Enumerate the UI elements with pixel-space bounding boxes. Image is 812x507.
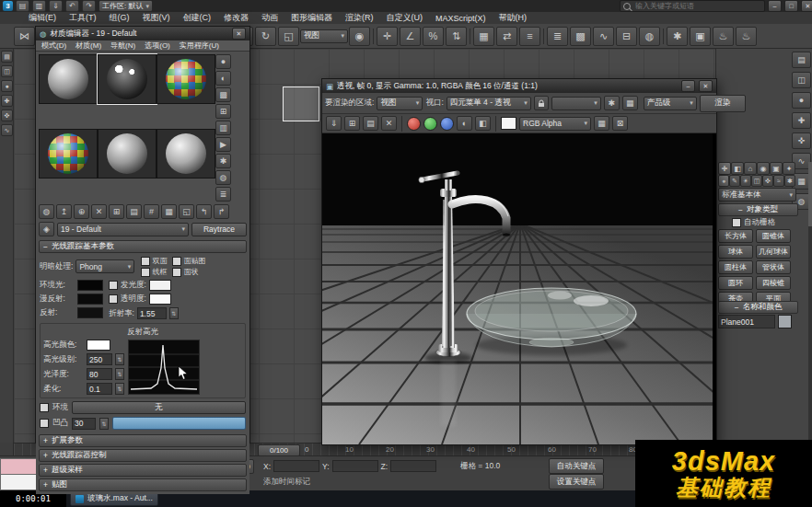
y-coord-field[interactable] bbox=[332, 460, 378, 472]
background-color-swatch[interactable] bbox=[501, 117, 516, 130]
layer-a-icon[interactable]: ▦ bbox=[594, 116, 609, 131]
spinner-icon[interactable]: ⇅ bbox=[115, 368, 124, 380]
make-preview-icon[interactable]: ▶ bbox=[215, 137, 231, 152]
docked-tool-icon[interactable]: ∿ bbox=[1, 124, 13, 136]
backlight-icon[interactable]: ◐ bbox=[215, 71, 231, 86]
align-icon[interactable]: ≡ bbox=[519, 27, 540, 46]
menu-views[interactable]: 视图(V) bbox=[136, 12, 177, 24]
cone-button[interactable]: 圆锥体 bbox=[756, 229, 791, 243]
use-pivot-center-icon[interactable]: ◉ bbox=[349, 27, 370, 46]
spinner-icon[interactable]: ⇅ bbox=[99, 418, 109, 430]
bump-checkbox[interactable] bbox=[40, 419, 49, 428]
docked-tool-icon[interactable]: ✜ bbox=[792, 133, 811, 149]
docked-tool-icon[interactable]: ✜ bbox=[1, 109, 13, 121]
bump-amount-field[interactable]: 30 bbox=[72, 418, 96, 430]
render-iterative-icon[interactable]: ♨ bbox=[736, 27, 757, 46]
assign-to-selection-icon[interactable]: ⊕ bbox=[74, 204, 89, 219]
ior-field[interactable]: 1.55 bbox=[137, 307, 167, 319]
menu-help[interactable]: 帮助(H) bbox=[493, 12, 534, 24]
put-to-scene-icon[interactable]: ↥ bbox=[56, 204, 72, 219]
docked-tool-icon[interactable]: ● bbox=[792, 92, 811, 109]
area-to-render-dropdown[interactable]: 视图▾ bbox=[377, 97, 423, 110]
torus-button[interactable]: 圆环 bbox=[718, 276, 753, 290]
docked-tool-icon[interactable]: ◫ bbox=[792, 72, 811, 88]
alpha-channel-icon[interactable]: ◧ bbox=[475, 116, 491, 131]
menu-modifiers[interactable]: 修改器 bbox=[217, 12, 255, 24]
tab-display[interactable]: ▣ bbox=[770, 162, 783, 175]
rollout-maps[interactable]: +贴图 bbox=[39, 478, 247, 491]
sample-slot-active[interactable] bbox=[98, 54, 157, 104]
docked-tool-icon[interactable]: ▤ bbox=[792, 52, 811, 68]
tab-hierarchy[interactable]: ⌂ bbox=[744, 162, 757, 175]
clone-window-icon[interactable]: ⊞ bbox=[344, 116, 360, 131]
blue-channel-toggle[interactable] bbox=[440, 117, 454, 131]
material-name-dropdown[interactable]: 19 - Default▾ bbox=[57, 223, 189, 236]
redo-icon[interactable]: ↷ bbox=[82, 0, 96, 12]
rotate-icon[interactable]: ↻ bbox=[255, 27, 276, 46]
graphite-ribbon-icon[interactable]: ▩ bbox=[570, 27, 591, 46]
curve-editor-icon[interactable]: ∿ bbox=[593, 27, 614, 46]
wire-checkbox[interactable] bbox=[141, 268, 150, 277]
auto-key-button[interactable]: 自动关键点 bbox=[549, 458, 604, 474]
render-setup-icon[interactable]: ✱ bbox=[667, 27, 688, 46]
render-button[interactable]: 渲染 bbox=[700, 95, 746, 112]
app-icon[interactable]: 3 bbox=[3, 1, 13, 11]
rollout-extended-params[interactable]: +扩展参数 bbox=[39, 434, 247, 447]
environment-dialog-icon[interactable]: ▦ bbox=[622, 96, 638, 110]
subtab-lights[interactable]: ☀ bbox=[740, 175, 751, 187]
menu-animation[interactable]: 动画 bbox=[255, 12, 284, 24]
monochrome-toggle-icon[interactable]: ◐ bbox=[457, 116, 472, 131]
maximize-button[interactable]: □ bbox=[784, 0, 798, 12]
name-color-rollout[interactable]: − 名称和颜色 bbox=[718, 301, 798, 314]
render-mode-dropdown[interactable]: 产品级▾ bbox=[644, 97, 697, 110]
rollout-raytrace-basic[interactable]: − 光线跟踪基本参数 bbox=[39, 240, 247, 253]
open-file-icon[interactable]: ▥ bbox=[32, 0, 46, 12]
show-end-result-icon[interactable]: ◱ bbox=[179, 204, 194, 219]
save-file-icon[interactable]: ⇓ bbox=[49, 0, 63, 12]
pick-material-icon[interactable]: ◈ bbox=[39, 222, 54, 236]
docked-tool-icon[interactable]: ✚ bbox=[1, 95, 13, 107]
minimize-button[interactable]: – bbox=[768, 0, 782, 12]
glossiness-field[interactable]: 80 bbox=[87, 368, 112, 380]
viewport-dropdown[interactable]: 四元菜单 4 - 透视▾ bbox=[447, 97, 531, 110]
menu-graph-editors[interactable]: 图形编辑器 bbox=[284, 12, 339, 24]
sample-slot[interactable] bbox=[98, 129, 157, 179]
tab-motion[interactable]: ◉ bbox=[757, 162, 770, 175]
me-menu-utilities[interactable]: 实用程序(U) bbox=[176, 40, 223, 51]
me-menu-material[interactable]: 材质(M) bbox=[72, 40, 105, 51]
shading-dropdown[interactable]: Phong▾ bbox=[75, 259, 134, 273]
render-preset-dropdown[interactable]: ▾ bbox=[551, 97, 601, 110]
subtab-helpers[interactable]: ✜ bbox=[762, 175, 773, 187]
render-setup-icon[interactable]: ✱ bbox=[604, 96, 620, 110]
object-type-rollout[interactable]: − 对象类型 bbox=[718, 203, 798, 216]
named-selection-icon[interactable]: ▦ bbox=[473, 27, 494, 46]
specular-color-swatch[interactable] bbox=[87, 340, 110, 351]
select-link-icon[interactable]: ⋈ bbox=[14, 27, 35, 46]
menu-customize[interactable]: 自定义(U) bbox=[380, 12, 430, 24]
options-icon[interactable]: ✱ bbox=[215, 154, 231, 168]
docked-tool-icon[interactable]: ✚ bbox=[792, 112, 811, 129]
save-image-icon[interactable]: ⇓ bbox=[326, 116, 342, 131]
me-menu-modes[interactable]: 模式(D) bbox=[38, 40, 70, 51]
rfw-titlebar[interactable]: ▣ 透视, 帧 0, 显示 Gamma: 1.0, RGBA 颜色 16 位/通… bbox=[322, 79, 716, 93]
menu-edit[interactable]: 编辑(E) bbox=[22, 12, 63, 24]
autogrid-checkbox[interactable] bbox=[732, 218, 741, 227]
object-color-swatch[interactable] bbox=[778, 315, 792, 328]
sample-tiling-icon[interactable]: ⊞ bbox=[215, 104, 231, 119]
spinner-icon[interactable]: ⇅ bbox=[115, 383, 124, 395]
plane-object-wireframe[interactable] bbox=[283, 86, 319, 121]
rendered-frame-window-icon[interactable]: ▣ bbox=[690, 27, 711, 46]
put-to-library-icon[interactable]: ▤ bbox=[126, 204, 142, 219]
rollout-supersampling[interactable]: +超级采样 bbox=[39, 464, 247, 477]
soften-field[interactable]: 0.1 bbox=[87, 383, 112, 395]
primitive-category-dropdown[interactable]: 标准基本体▾ bbox=[718, 188, 796, 202]
add-time-tag[interactable]: 添加时间标记 bbox=[263, 477, 310, 488]
render-production-icon[interactable]: ♨ bbox=[713, 27, 734, 46]
material-navigator-icon[interactable]: ≣ bbox=[215, 187, 231, 202]
z-coord-field[interactable] bbox=[390, 460, 436, 472]
material-type-button[interactable]: Raytrace bbox=[191, 223, 247, 236]
go-to-parent-icon[interactable]: ↰ bbox=[196, 204, 212, 219]
subtab-geometry[interactable]: ● bbox=[718, 175, 729, 187]
reflect-color-swatch[interactable] bbox=[77, 307, 103, 318]
show-map-in-viewport-icon[interactable]: ▦ bbox=[161, 204, 177, 219]
